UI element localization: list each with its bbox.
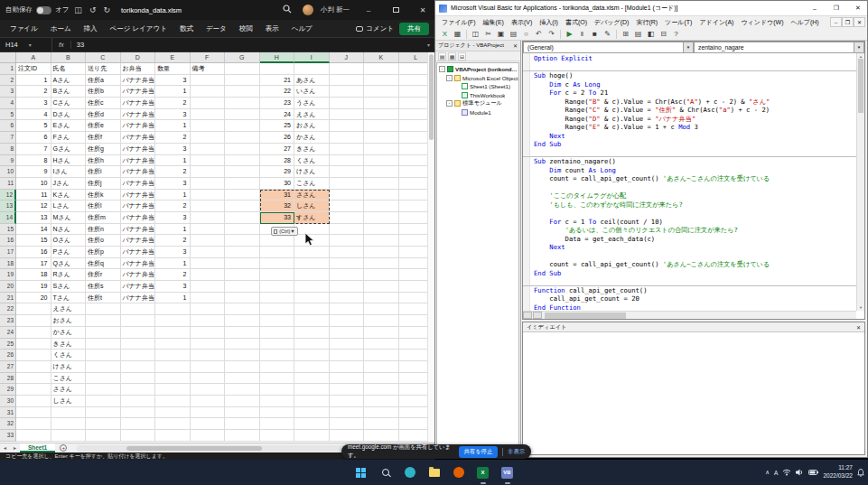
row-header-4[interactable]: 4 bbox=[0, 98, 16, 109]
row-header-5[interactable]: 5 bbox=[0, 109, 16, 121]
cell-G21[interactable] bbox=[225, 293, 260, 304]
cell-K8[interactable] bbox=[364, 144, 399, 155]
cell-E27[interactable] bbox=[155, 361, 191, 373]
row-header-12[interactable]: 12 bbox=[0, 190, 16, 201]
cell-A23[interactable] bbox=[16, 315, 51, 327]
cell-F11[interactable] bbox=[191, 178, 226, 190]
save-icon[interactable]: ◫ bbox=[470, 29, 481, 40]
volume-icon[interactable] bbox=[796, 469, 804, 476]
cell-A21[interactable]: 20 bbox=[16, 293, 51, 304]
project-explorer-icon[interactable]: ⊞ bbox=[620, 29, 631, 40]
formula-bar-expand-icon[interactable]: ▾ bbox=[427, 42, 430, 48]
cell-D29[interactable] bbox=[121, 384, 156, 396]
cell-C29[interactable] bbox=[86, 384, 121, 396]
ribbon-tab-校閲[interactable]: 校閲 bbox=[233, 24, 259, 33]
cell-G19[interactable] bbox=[225, 269, 260, 281]
cell-F30[interactable] bbox=[191, 396, 226, 407]
cell-D33[interactable] bbox=[121, 430, 156, 442]
cell-B1[interactable]: 氏名 bbox=[51, 63, 87, 75]
cell-I5[interactable]: えさん bbox=[294, 109, 330, 121]
cell-G12[interactable] bbox=[225, 190, 260, 201]
cell-E6[interactable]: 1 bbox=[155, 120, 191, 132]
cell-H30[interactable] bbox=[260, 396, 295, 407]
comments-button[interactable]: コメント bbox=[350, 24, 399, 33]
cell-B14[interactable]: Mさん bbox=[51, 212, 87, 224]
row-header-15[interactable]: 15 bbox=[0, 224, 16, 236]
cell-C23[interactable] bbox=[86, 315, 121, 327]
battery-icon[interactable] bbox=[808, 470, 818, 475]
cell-K19[interactable] bbox=[364, 269, 399, 281]
cell-K23[interactable] bbox=[364, 315, 399, 327]
menu-挿入(I)[interactable]: 挿入(I) bbox=[536, 18, 562, 27]
cell-C12[interactable]: 住所k bbox=[86, 190, 121, 201]
cell-K9[interactable] bbox=[364, 155, 399, 167]
cell-A32[interactable] bbox=[16, 418, 51, 430]
firefox-browser[interactable] bbox=[449, 462, 469, 482]
cell-H10[interactable]: 29 bbox=[260, 166, 295, 178]
cell-J24[interactable] bbox=[330, 327, 365, 339]
cell-H20[interactable] bbox=[260, 281, 295, 293]
cell-H23[interactable] bbox=[260, 315, 295, 327]
row-header-24[interactable]: 24 bbox=[0, 327, 16, 339]
row-header-20[interactable]: 20 bbox=[0, 281, 16, 293]
menu-書式(O)[interactable]: 書式(O) bbox=[562, 18, 591, 27]
cell-J16[interactable] bbox=[330, 235, 365, 247]
tree-expander-icon[interactable]: - bbox=[439, 66, 445, 72]
menu-デバッグ(D)[interactable]: デバッグ(D) bbox=[591, 18, 632, 27]
cell-G4[interactable] bbox=[225, 98, 260, 109]
cell-H24[interactable] bbox=[260, 327, 295, 339]
vertical-scrollbar-thumb[interactable] bbox=[429, 54, 434, 140]
cell-F2[interactable] bbox=[191, 75, 226, 87]
cell-D25[interactable] bbox=[121, 339, 156, 350]
cell-E23[interactable] bbox=[155, 315, 191, 327]
full-view-button[interactable] bbox=[533, 312, 542, 319]
notifications-bell-icon[interactable] bbox=[857, 469, 864, 477]
cell-C1[interactable]: 送り先 bbox=[86, 63, 121, 75]
cell-B15[interactable]: Nさん bbox=[51, 224, 87, 236]
cell-H7[interactable]: 26 bbox=[260, 132, 295, 144]
redo-icon[interactable]: ↷ bbox=[546, 29, 557, 40]
dropdown-arrow-icon[interactable]: ▼ bbox=[683, 42, 693, 52]
cell-I8[interactable]: きさん bbox=[294, 144, 330, 155]
cell-H4[interactable]: 23 bbox=[260, 98, 295, 109]
cell-I19[interactable] bbox=[294, 269, 330, 281]
child-restore-button[interactable]: ❐ bbox=[842, 17, 854, 27]
undo-icon[interactable]: ↺ bbox=[88, 5, 98, 14]
cell-J20[interactable] bbox=[330, 281, 365, 293]
cell-C2[interactable]: 住所a bbox=[86, 75, 121, 87]
view-code-icon[interactable]: ▤ bbox=[438, 52, 446, 61]
cell-I28[interactable] bbox=[294, 373, 330, 385]
cell-I23[interactable] bbox=[294, 315, 330, 327]
cell-C10[interactable]: 住所i bbox=[86, 166, 121, 178]
cell-B26[interactable]: くさん bbox=[51, 350, 87, 361]
cell-D19[interactable]: バナナ弁当 bbox=[121, 269, 156, 281]
cell-G13[interactable] bbox=[225, 201, 260, 212]
cell-J28[interactable] bbox=[330, 373, 365, 385]
cell-I3[interactable]: いさん bbox=[294, 86, 330, 98]
select-all-corner[interactable] bbox=[0, 52, 16, 63]
cell-C4[interactable]: 住所c bbox=[86, 98, 121, 109]
project-tree-item[interactable]: -VBAProject (torikonda_data.xlsm) bbox=[437, 65, 518, 74]
cell-G10[interactable] bbox=[225, 166, 260, 178]
cell-F13[interactable] bbox=[191, 201, 226, 212]
cell-J32[interactable] bbox=[330, 418, 365, 430]
cell-B17[interactable]: Pさん bbox=[51, 247, 87, 258]
toolbox-icon[interactable]: ⊟ bbox=[658, 29, 669, 40]
cell-C32[interactable] bbox=[86, 418, 121, 430]
ribbon-tab-ホーム[interactable]: ホーム bbox=[44, 24, 78, 33]
cell-C25[interactable] bbox=[86, 339, 121, 350]
cell-D22[interactable] bbox=[121, 303, 156, 315]
cell-I21[interactable] bbox=[294, 293, 330, 304]
break-icon[interactable]: ‖ bbox=[576, 29, 588, 40]
menu-アドイン(A)[interactable]: アドイン(A) bbox=[695, 18, 737, 27]
cell-G7[interactable] bbox=[225, 132, 260, 144]
cell-B10[interactable]: Iさん bbox=[51, 166, 87, 178]
cell-B33[interactable] bbox=[51, 430, 87, 442]
cell-D24[interactable] bbox=[121, 327, 156, 339]
cell-B5[interactable]: Dさん bbox=[51, 109, 87, 121]
cell-E29[interactable] bbox=[155, 384, 191, 396]
row-header-16[interactable]: 16 bbox=[0, 235, 16, 247]
project-tree-item[interactable]: -Microsoft Excel Object bbox=[437, 74, 518, 83]
reset-icon[interactable]: ■ bbox=[589, 29, 601, 40]
cell-A29[interactable] bbox=[16, 384, 51, 396]
